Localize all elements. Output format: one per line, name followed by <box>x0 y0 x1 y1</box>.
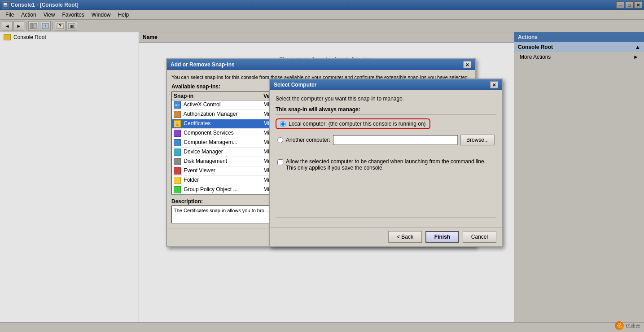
cancel-button-dialog[interactable]: Cancel <box>463 231 496 243</box>
another-computer-radio[interactable] <box>277 137 283 143</box>
computer-dialog-title-bar: Select Computer ✕ <box>270 79 502 90</box>
another-computer-row: Another computer: Browse... <box>276 133 496 147</box>
allow-change-row: Allow the selected computer to be change… <box>276 157 496 173</box>
allow-change-label: Allow the selected computer to be change… <box>286 158 495 171</box>
computer-dialog-footer: < Back Finish Cancel <box>270 227 502 246</box>
finish-button[interactable]: Finish <box>425 231 459 243</box>
local-computer-label: Local computer: (the computer this conso… <box>289 121 426 127</box>
computer-dialog-title: Select Computer <box>274 82 316 88</box>
snapin-will-manage-label: This snap-in will always manage: <box>276 106 496 115</box>
computer-dialog: Select Computer ✕ Select the computer yo… <box>269 79 503 247</box>
another-computer-label: Another computer: <box>286 137 330 143</box>
snap-dialog-title: Add or Remove Snap-ins <box>171 61 235 68</box>
allow-change-checkbox[interactable] <box>277 159 283 165</box>
separator2 <box>276 218 496 218</box>
separator <box>276 151 496 151</box>
local-computer-row[interactable]: Local computer: (the computer this conso… <box>276 118 496 129</box>
spacer <box>276 178 496 214</box>
computer-dialog-close[interactable]: ✕ <box>490 81 498 88</box>
local-computer-radio[interactable] <box>280 121 286 127</box>
computer-dialog-intro: Select the computer you want this snap-i… <box>276 96 496 102</box>
computer-name-input[interactable] <box>333 135 458 145</box>
browse-button[interactable]: Browse... <box>460 135 495 145</box>
snap-dialog-title-bar: Add or Remove Snap-ins ✕ <box>167 59 475 70</box>
snap-dialog-close[interactable]: ✕ <box>463 61 471 68</box>
computer-dialog-body: Select the computer you want this snap-i… <box>270 90 502 227</box>
back-button-dialog[interactable]: < Back <box>388 231 422 243</box>
